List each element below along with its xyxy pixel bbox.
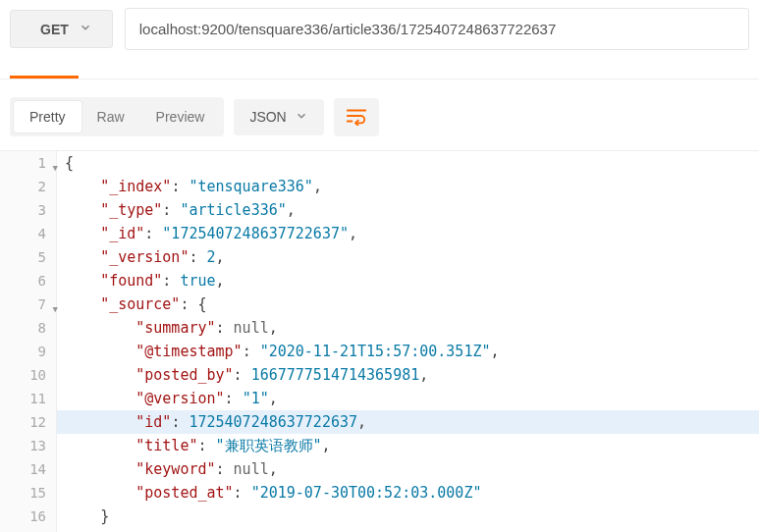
code-line[interactable]: 12 "id": 1725407248637722637,	[0, 410, 759, 434]
tab-preview[interactable]: Preview	[140, 101, 221, 133]
line-content: }	[57, 505, 109, 528]
code-line[interactable]: 3 "_type": "article336",	[0, 198, 759, 222]
line-content: "_id": "1725407248637722637",	[57, 222, 357, 245]
word-wrap-button[interactable]	[334, 98, 379, 136]
format-dropdown[interactable]: JSON	[234, 99, 323, 135]
code-line[interactable]: 4 "_id": "1725407248637722637",	[0, 222, 759, 245]
line-number: 3	[0, 198, 57, 222]
line-number: 12	[0, 410, 57, 434]
format-label: JSON	[249, 109, 286, 125]
line-content: "_source": {	[57, 293, 207, 316]
line-content: "_version": 2,	[57, 245, 225, 269]
line-content: "id": 1725407248637722637,	[57, 410, 366, 434]
line-number: 15	[0, 481, 57, 505]
view-mode-segment: Pretty Raw Preview	[10, 97, 224, 136]
line-number: 6	[0, 269, 57, 293]
code-line[interactable]: 2 "_index": "tensquare336",	[0, 175, 759, 198]
line-number: 2	[0, 175, 57, 198]
line-content: }	[57, 528, 74, 532]
line-content: {	[57, 151, 74, 175]
code-line[interactable]: 7▼ "_source": {	[0, 293, 759, 316]
code-line[interactable]: 6 "found": true,	[0, 269, 759, 293]
http-method-dropdown[interactable]: GET	[10, 10, 113, 48]
line-content: "@version": "1",	[57, 387, 278, 410]
line-content: "title": "兼职英语教师",	[57, 434, 331, 457]
code-line[interactable]: 10 "posted_by": 1667777514714365981,	[0, 363, 759, 387]
code-line[interactable]: 8 "summary": null,	[0, 316, 759, 340]
line-content: "_index": "tensquare336",	[57, 175, 322, 198]
code-line[interactable]: 5 "_version": 2,	[0, 245, 759, 269]
line-number: 1▼	[0, 151, 57, 175]
code-line[interactable]: 13 "title": "兼职英语教师",	[0, 434, 759, 457]
line-content: "found": true,	[57, 269, 225, 293]
code-line[interactable]: 1▼{	[0, 151, 759, 175]
line-content: "posted_at": "2019-07-30T00:52:03.000Z"	[57, 481, 481, 505]
line-number: 8	[0, 316, 57, 340]
line-number: 10	[0, 363, 57, 387]
tab-pretty[interactable]: Pretty	[14, 101, 81, 133]
line-number: 11	[0, 387, 57, 410]
word-wrap-icon	[346, 106, 367, 129]
code-line[interactable]: 17}	[0, 528, 759, 532]
code-line[interactable]: 15 "posted_at": "2019-07-30T00:52:03.000…	[0, 481, 759, 505]
response-view-bar: Pretty Raw Preview JSON	[0, 91, 759, 150]
line-number: 7▼	[0, 293, 57, 316]
line-content: "@timestamp": "2020-11-21T15:57:00.351Z"…	[57, 340, 500, 363]
tab-raw[interactable]: Raw	[81, 101, 140, 133]
line-number: 14	[0, 457, 57, 481]
url-input[interactable]	[125, 8, 749, 50]
divider	[0, 79, 759, 80]
chevron-down-icon	[295, 109, 308, 126]
code-line[interactable]: 14 "keyword": null,	[0, 457, 759, 481]
response-body[interactable]: 1▼{2 "_index": "tensquare336",3 "_type":…	[0, 150, 759, 532]
line-number: 5	[0, 245, 57, 269]
line-content: "posted_by": 1667777514714365981,	[57, 363, 428, 387]
http-method-label: GET	[40, 22, 69, 37]
request-bar: GET	[0, 0, 759, 54]
code-line[interactable]: 9 "@timestamp": "2020-11-21T15:57:00.351…	[0, 340, 759, 363]
line-number: 13	[0, 434, 57, 457]
line-number: 16	[0, 505, 57, 528]
line-content: "_type": "article336",	[57, 198, 296, 222]
chevron-down-icon	[79, 21, 92, 37]
line-number: 9	[0, 340, 57, 363]
line-number: 4	[0, 222, 57, 245]
line-content: "summary": null,	[57, 316, 278, 340]
code-line[interactable]: 11 "@version": "1",	[0, 387, 759, 410]
line-content: "keyword": null,	[57, 457, 278, 481]
code-line[interactable]: 16 }	[0, 505, 759, 528]
line-number: 17	[0, 528, 57, 532]
